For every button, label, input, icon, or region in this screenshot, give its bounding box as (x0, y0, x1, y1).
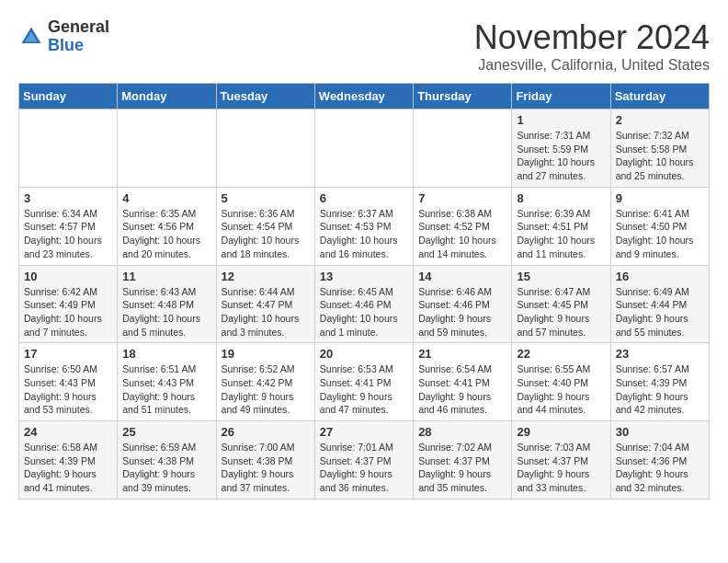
header-day: Tuesday (216, 84, 314, 109)
day-info: Sunrise: 7:32 AM Sunset: 5:58 PM Dayligh… (616, 129, 704, 183)
day-info: Sunrise: 6:39 AM Sunset: 4:51 PM Dayligh… (517, 207, 605, 261)
calendar-cell: 11Sunrise: 6:43 AM Sunset: 4:48 PM Dayli… (118, 265, 216, 343)
day-number: 22 (517, 347, 605, 361)
calendar-cell (118, 109, 216, 188)
day-info: Sunrise: 7:31 AM Sunset: 5:59 PM Dayligh… (517, 129, 605, 183)
calendar-cell: 12Sunrise: 6:44 AM Sunset: 4:47 PM Dayli… (216, 265, 314, 343)
day-number: 26 (222, 425, 310, 439)
day-info: Sunrise: 6:35 AM Sunset: 4:56 PM Dayligh… (122, 207, 210, 261)
calendar-cell: 22Sunrise: 6:55 AM Sunset: 4:40 PM Dayli… (512, 343, 610, 421)
header-row: SundayMondayTuesdayWednesdayThursdayFrid… (19, 84, 710, 109)
day-info: Sunrise: 6:43 AM Sunset: 4:48 PM Dayligh… (122, 285, 210, 339)
day-number: 2 (616, 113, 704, 127)
day-info: Sunrise: 7:02 AM Sunset: 4:37 PM Dayligh… (418, 441, 506, 495)
calendar-cell: 30Sunrise: 7:04 AM Sunset: 4:36 PM Dayli… (610, 421, 709, 500)
day-info: Sunrise: 7:01 AM Sunset: 4:37 PM Dayligh… (320, 441, 408, 495)
calendar-cell (19, 109, 118, 188)
calendar-week-row: 1Sunrise: 7:31 AM Sunset: 5:59 PM Daylig… (19, 109, 710, 188)
day-number: 27 (320, 425, 408, 439)
header-day: Thursday (414, 84, 512, 109)
day-number: 24 (24, 425, 112, 439)
calendar-cell (314, 109, 413, 188)
day-number: 1 (517, 113, 605, 127)
day-number: 16 (616, 270, 704, 283)
logo-icon (18, 24, 44, 50)
day-number: 9 (616, 191, 704, 205)
calendar-cell: 23Sunrise: 6:57 AM Sunset: 4:39 PM Dayli… (610, 343, 709, 421)
day-info: Sunrise: 6:34 AM Sunset: 4:57 PM Dayligh… (24, 207, 112, 261)
calendar-cell: 14Sunrise: 6:46 AM Sunset: 4:46 PM Dayli… (414, 265, 512, 343)
day-info: Sunrise: 6:37 AM Sunset: 4:53 PM Dayligh… (320, 207, 408, 261)
day-info: Sunrise: 6:54 AM Sunset: 4:41 PM Dayligh… (418, 362, 506, 417)
day-number: 12 (222, 270, 310, 283)
day-info: Sunrise: 6:50 AM Sunset: 4:43 PM Dayligh… (24, 362, 112, 417)
calendar-cell: 27Sunrise: 7:01 AM Sunset: 4:37 PM Dayli… (314, 421, 413, 500)
day-number: 11 (122, 270, 210, 283)
day-number: 15 (517, 270, 605, 283)
calendar-cell (216, 109, 314, 188)
day-number: 25 (122, 425, 210, 439)
header-day: Monday (118, 84, 216, 109)
calendar-cell: 29Sunrise: 7:03 AM Sunset: 4:37 PM Dayli… (512, 421, 610, 500)
calendar-cell: 20Sunrise: 6:53 AM Sunset: 4:41 PM Dayli… (314, 343, 413, 421)
calendar-cell: 24Sunrise: 6:58 AM Sunset: 4:39 PM Dayli… (19, 421, 118, 500)
title-block: November 2024 Janesville, California, Un… (474, 18, 710, 74)
day-number: 10 (24, 270, 112, 283)
day-info: Sunrise: 6:55 AM Sunset: 4:40 PM Dayligh… (517, 362, 605, 417)
day-info: Sunrise: 6:58 AM Sunset: 4:39 PM Dayligh… (24, 441, 112, 495)
day-number: 13 (320, 270, 408, 283)
day-info: Sunrise: 6:45 AM Sunset: 4:46 PM Dayligh… (320, 285, 408, 339)
calendar-week-row: 10Sunrise: 6:42 AM Sunset: 4:49 PM Dayli… (19, 265, 710, 343)
calendar-cell: 2Sunrise: 7:32 AM Sunset: 5:58 PM Daylig… (610, 109, 709, 188)
day-number: 3 (24, 191, 112, 205)
header-day: Sunday (19, 84, 118, 109)
calendar-cell: 28Sunrise: 7:02 AM Sunset: 4:37 PM Dayli… (414, 421, 512, 500)
day-info: Sunrise: 6:46 AM Sunset: 4:46 PM Dayligh… (418, 285, 506, 339)
day-number: 17 (24, 347, 112, 361)
calendar-cell: 15Sunrise: 6:47 AM Sunset: 4:45 PM Dayli… (512, 265, 610, 343)
calendar-cell: 4Sunrise: 6:35 AM Sunset: 4:56 PM Daylig… (118, 187, 216, 265)
calendar-cell: 6Sunrise: 6:37 AM Sunset: 4:53 PM Daylig… (314, 187, 413, 265)
calendar-cell: 25Sunrise: 6:59 AM Sunset: 4:38 PM Dayli… (118, 421, 216, 500)
month-title: November 2024 (474, 18, 710, 57)
calendar-cell (414, 109, 512, 188)
day-number: 18 (122, 347, 210, 361)
page-header: General Blue November 2024 Janesville, C… (18, 18, 710, 74)
logo-general: General (48, 18, 109, 37)
header-day: Friday (512, 84, 610, 109)
calendar-cell: 10Sunrise: 6:42 AM Sunset: 4:49 PM Dayli… (19, 265, 118, 343)
calendar-cell: 13Sunrise: 6:45 AM Sunset: 4:46 PM Dayli… (314, 265, 413, 343)
header-day: Saturday (610, 84, 709, 109)
day-info: Sunrise: 6:38 AM Sunset: 4:52 PM Dayligh… (418, 207, 506, 261)
day-number: 7 (418, 191, 506, 205)
day-number: 4 (122, 191, 210, 205)
day-number: 19 (222, 347, 310, 361)
calendar-cell: 3Sunrise: 6:34 AM Sunset: 4:57 PM Daylig… (19, 187, 118, 265)
day-info: Sunrise: 6:53 AM Sunset: 4:41 PM Dayligh… (320, 362, 408, 417)
calendar-table: SundayMondayTuesdayWednesdayThursdayFrid… (18, 83, 710, 500)
calendar-week-row: 3Sunrise: 6:34 AM Sunset: 4:57 PM Daylig… (19, 187, 710, 265)
day-info: Sunrise: 6:44 AM Sunset: 4:47 PM Dayligh… (222, 285, 310, 339)
calendar-cell: 26Sunrise: 7:00 AM Sunset: 4:38 PM Dayli… (216, 421, 314, 500)
day-info: Sunrise: 7:00 AM Sunset: 4:38 PM Dayligh… (222, 441, 310, 495)
header-day: Wednesday (314, 84, 413, 109)
day-number: 21 (418, 347, 506, 361)
day-info: Sunrise: 6:59 AM Sunset: 4:38 PM Dayligh… (122, 441, 210, 495)
calendar-week-row: 17Sunrise: 6:50 AM Sunset: 4:43 PM Dayli… (19, 343, 710, 421)
calendar-cell: 9Sunrise: 6:41 AM Sunset: 4:50 PM Daylig… (610, 187, 709, 265)
day-info: Sunrise: 6:57 AM Sunset: 4:39 PM Dayligh… (616, 362, 704, 417)
day-info: Sunrise: 6:52 AM Sunset: 4:42 PM Dayligh… (222, 362, 310, 417)
calendar-cell: 19Sunrise: 6:52 AM Sunset: 4:42 PM Dayli… (216, 343, 314, 421)
day-number: 23 (616, 347, 704, 361)
calendar-cell: 21Sunrise: 6:54 AM Sunset: 4:41 PM Dayli… (414, 343, 512, 421)
calendar-cell: 18Sunrise: 6:51 AM Sunset: 4:43 PM Dayli… (118, 343, 216, 421)
day-info: Sunrise: 6:36 AM Sunset: 4:54 PM Dayligh… (222, 207, 310, 261)
calendar-week-row: 24Sunrise: 6:58 AM Sunset: 4:39 PM Dayli… (19, 421, 710, 500)
day-number: 5 (222, 191, 310, 205)
logo: General Blue (18, 18, 109, 55)
calendar-cell: 5Sunrise: 6:36 AM Sunset: 4:54 PM Daylig… (216, 187, 314, 265)
day-number: 20 (320, 347, 408, 361)
calendar-cell: 8Sunrise: 6:39 AM Sunset: 4:51 PM Daylig… (512, 187, 610, 265)
day-number: 8 (517, 191, 605, 205)
calendar-body: 1Sunrise: 7:31 AM Sunset: 5:59 PM Daylig… (19, 109, 710, 500)
